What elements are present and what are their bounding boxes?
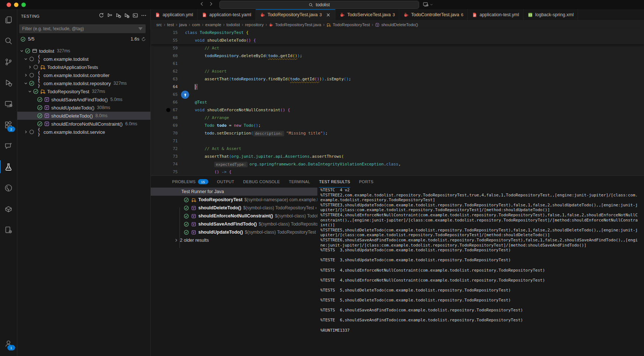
breadcrumb-item[interactable]: test — [167, 22, 174, 27]
breadcrumb-item[interactable]: shouldDeleteTodo() — [375, 22, 418, 27]
command-center-search[interactable]: todolist — [219, 1, 419, 9]
open-test-output-button[interactable] — [132, 13, 138, 20]
breadcrumb-item[interactable]: TodoRepositoryTest — [326, 22, 370, 27]
breadcrumb-item[interactable]: TodoRepositoryTest.java — [269, 22, 321, 27]
close-tab-icon[interactable] — [326, 12, 331, 18]
test-tree-row[interactable]: TodoRepositoryTest 327ms — [17, 87, 150, 95]
back-icon[interactable] — [199, 1, 205, 7]
tab-TodoServiceTest.java[interactable]: TodoServiceTest.java 3 — [335, 9, 399, 20]
tab-TodoRepositoryTest.java[interactable]: TodoRepositoryTest.java 3 — [256, 9, 335, 20]
activity-item-search[interactable] — [0, 30, 17, 51]
test-result-row[interactable]: shouldDeleteTodo() $(symbol-class) TodoR… — [151, 204, 317, 212]
line-number[interactable]: 68 — [151, 114, 178, 122]
activity-item-remote-explorer[interactable] — [0, 93, 17, 114]
chevron-down-icon[interactable] — [23, 56, 29, 62]
line-number[interactable]: 72 — [151, 145, 178, 153]
panel-tab-TEST RESULTS[interactable]: TEST RESULTS — [319, 176, 350, 188]
line-number[interactable]: 66 — [151, 98, 178, 106]
panel-tab-TERMINAL[interactable]: TERMINAL — [289, 176, 310, 188]
activity-item-github[interactable] — [0, 177, 17, 198]
activity-item-chat[interactable] — [0, 135, 17, 156]
breadcrumb-item[interactable]: java — [179, 22, 187, 27]
line-number[interactable]: 64 — [151, 83, 178, 91]
test-tree-row[interactable]: shouldDeleteTodo() 8.0ms — [17, 112, 150, 120]
activity-item-source-control[interactable] — [0, 51, 17, 72]
tab-logback-spring.xml[interactable]: logback-spring.xml — [523, 9, 578, 20]
test-output-console[interactable]: %TESTC 4 v2%TSTTREE2,com.example.todolis… — [320, 188, 644, 356]
panel-tab-PROBLEMS[interactable]: PROBLEMS 15 — [172, 176, 208, 188]
chevron-down-icon[interactable] — [23, 81, 29, 86]
activity-item-run-and-debug[interactable] — [0, 72, 17, 93]
chevron-down-icon[interactable] — [27, 89, 33, 94]
forward-icon[interactable] — [208, 1, 214, 7]
refresh-tests-button[interactable] — [98, 13, 104, 20]
test-tree-row[interactable]: { } com.example.todolist.repository 327m… — [17, 79, 150, 87]
breadcrumb-item[interactable]: repository — [245, 22, 264, 27]
test-tree-row[interactable]: shouldEnforceNotNullConstraint() 6.0ms — [17, 120, 150, 128]
test-result-row[interactable]: shouldSaveAndFindTodo() $(symbol-class) … — [151, 220, 317, 228]
panel-tab-DEBUG CONSOLE[interactable]: DEBUG CONSOLE — [243, 176, 280, 188]
line-number[interactable]: 55 — [151, 36, 178, 44]
activity-item-extensions[interactable]: 2 — [0, 114, 17, 135]
line-number[interactable]: 75 — [151, 168, 178, 176]
breadcrumb-item[interactable]: src — [156, 22, 162, 27]
line-number[interactable]: 63 — [151, 75, 178, 83]
line-number[interactable]: 60 — [151, 52, 178, 60]
test-filter-input[interactable] — [19, 26, 146, 31]
older-results-row[interactable]: 2 older results — [151, 236, 317, 244]
minimize-window-button[interactable] — [14, 3, 18, 7]
line-number[interactable]: 70 — [151, 129, 178, 137]
activity-item-explorer[interactable] — [0, 9, 17, 30]
test-tree-row[interactable]: todolist 327ms — [17, 47, 150, 55]
test-tree-row[interactable]: shouldSaveAndFindTodo() 5.0ms — [17, 95, 150, 104]
test-tree-row[interactable]: shouldUpdateTodo() 308ms — [17, 104, 150, 112]
breadcrumb-item[interactable]: com — [192, 22, 200, 27]
line-number[interactable]: 65 — [151, 91, 178, 98]
tab-application-test.yml[interactable]: application-test.yml — [468, 9, 523, 20]
test-tree-row[interactable]: { } com.example.todolist.controller — [17, 71, 150, 79]
run-all-tests-button[interactable] — [107, 13, 113, 20]
filter-icon[interactable] — [137, 26, 143, 32]
line-number[interactable]: 59 — [151, 44, 178, 52]
activity-item-testing[interactable] — [0, 156, 17, 177]
code-action-button[interactable] — [181, 91, 189, 99]
line-number[interactable]: 61 — [151, 60, 178, 67]
breadcrumb-item[interactable]: example — [205, 22, 221, 27]
chevron-right-icon[interactable] — [23, 73, 29, 78]
line-number[interactable]: 73 — [151, 153, 178, 160]
activity-item-java-projects[interactable] — [0, 219, 17, 240]
run-tests-with-coverage-button[interactable] — [124, 13, 130, 20]
tab-TodoControllerTest.java[interactable]: TodoControllerTest.java 6 — [399, 9, 468, 20]
close-window-button[interactable] — [7, 3, 11, 7]
chevron-right-icon[interactable] — [23, 129, 29, 135]
debug-all-tests-button[interactable] — [115, 13, 121, 20]
test-result-row[interactable]: shouldUpdateTodo() $(symbol-class) TodoR… — [151, 228, 317, 236]
line-number[interactable]: 62 — [151, 67, 178, 75]
rerun-history-icon[interactable] — [141, 37, 146, 42]
line-number[interactable]: 71 — [151, 137, 178, 145]
test-runner-row[interactable]: Test Runner for Java — [151, 188, 317, 196]
tab-application.yml[interactable]: application.yml — [151, 9, 198, 20]
panel-tab-bar: PROBLEMS 15 OUTPUT DEBUG CONSOLE TERMINA… — [151, 176, 644, 188]
test-tree-row[interactable]: { } com.example.todolist.service — [17, 128, 150, 136]
panel-tab-PORTS[interactable]: PORTS — [359, 176, 373, 188]
tab-application-test.yaml[interactable]: application-test.yaml — [198, 9, 256, 20]
accounts-item[interactable]: 1 — [0, 333, 17, 354]
panel-tab-OUTPUT[interactable]: OUTPUT — [217, 176, 234, 188]
test-tree-row[interactable]: TodolistApplicationTests — [17, 63, 150, 71]
layout-control[interactable] — [423, 1, 434, 7]
chevron-down-icon[interactable] — [19, 48, 25, 53]
breadcrumb-item[interactable]: todolist — [226, 22, 240, 27]
activity-item-containers[interactable] — [0, 198, 17, 219]
zoom-window-button[interactable] — [21, 3, 26, 7]
more-actions-button[interactable] — [141, 13, 147, 20]
test-result-row[interactable]: shouldEnforceNotNullConstraint() $(symbo… — [151, 212, 317, 220]
line-number[interactable]: 74 — [151, 160, 178, 168]
code-editor[interactable]: 59 // Act 60 todoRepository.deleteById(t… — [151, 44, 644, 176]
chevron-right-icon[interactable] — [27, 64, 33, 70]
test-result-row[interactable]: TodoRepositoryTest $(symbol-namespace) c… — [151, 196, 317, 204]
line-number[interactable]: 69 — [151, 122, 178, 129]
line-number[interactable]: 15 — [151, 29, 178, 36]
line-number[interactable]: 67 — [151, 106, 178, 114]
test-tree-row[interactable]: { } com.example.todolist — [17, 55, 150, 63]
